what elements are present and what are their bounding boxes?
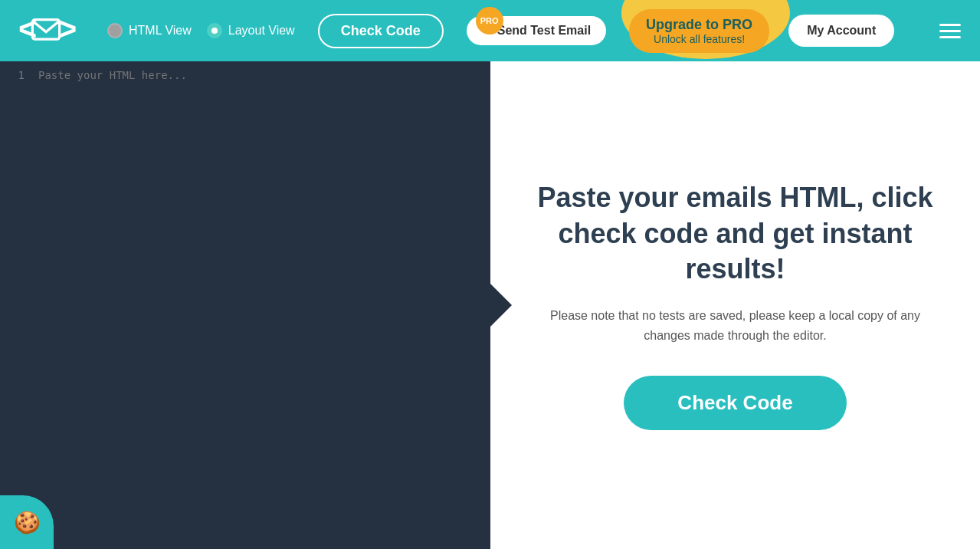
html-view-radio[interactable] xyxy=(107,23,123,38)
upgrade-area: Upgrade to PRO Unlock all features! xyxy=(629,9,769,53)
check-code-button[interactable]: Check Code xyxy=(318,14,444,48)
result-note: Please note that no tests are saved, ple… xyxy=(544,306,927,345)
hamburger-menu-button[interactable] xyxy=(936,20,965,42)
upgrade-button[interactable]: Upgrade to PRO Unlock all features! xyxy=(629,9,769,53)
account-button[interactable]: My Account xyxy=(788,15,894,47)
result-panel: Paste your emails HTML, click check code… xyxy=(490,61,980,549)
check-code-main-button[interactable]: Check Code xyxy=(624,376,846,430)
line-numbers: 1 xyxy=(0,61,31,549)
upgrade-line1: Upgrade to PRO xyxy=(646,17,752,33)
svg-text:<: < xyxy=(18,12,37,47)
send-test-email-button[interactable]: PRO Send Test Email xyxy=(467,16,606,45)
layout-view-label: Layout View xyxy=(228,24,295,38)
html-view-label: HTML View xyxy=(129,24,192,38)
upgrade-line2: Unlock all features! xyxy=(646,33,752,45)
logo: < > xyxy=(15,12,77,50)
code-editor[interactable] xyxy=(31,61,490,549)
hamburger-line-2 xyxy=(939,30,961,32)
main-content: 1 Paste your emails HTML, click check co… xyxy=(0,61,980,549)
svg-text:>: > xyxy=(58,12,77,47)
cookie-icon: 🍪 xyxy=(14,510,41,535)
result-heading: Paste your emails HTML, click check code… xyxy=(521,180,949,288)
send-test-email-label: Send Test Email xyxy=(497,24,591,38)
layout-view-radio[interactable] xyxy=(207,23,222,38)
view-options: HTML View Layout View xyxy=(107,23,295,38)
hamburger-line-1 xyxy=(939,24,961,26)
editor-panel: 1 xyxy=(0,61,490,549)
header: < > HTML View Layout View Check Code PRO… xyxy=(0,0,980,61)
hamburger-line-3 xyxy=(939,36,961,38)
line-number-1: 1 xyxy=(6,69,25,81)
arrow-pointer xyxy=(489,282,512,328)
html-view-option[interactable]: HTML View xyxy=(107,23,192,38)
layout-view-option[interactable]: Layout View xyxy=(207,23,295,38)
pro-badge: PRO xyxy=(476,7,503,35)
